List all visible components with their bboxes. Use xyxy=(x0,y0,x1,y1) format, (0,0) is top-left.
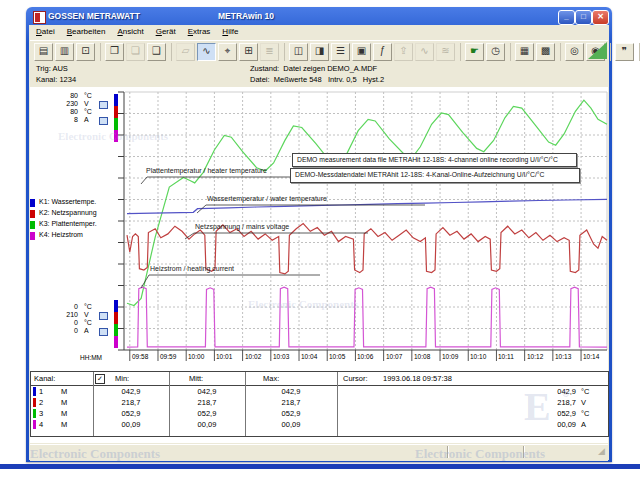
row-max: 218,7 xyxy=(245,398,337,407)
legend-item-K4[interactable]: K4: Heizstrom xyxy=(30,231,110,242)
maximize-button[interactable]: □ xyxy=(575,10,592,25)
row-min: 00,09 xyxy=(93,420,169,429)
file-export-icon[interactable]: ▤ xyxy=(34,43,53,61)
menu-gert[interactable]: Gerät xyxy=(150,26,182,36)
function-icon[interactable]: ƒ xyxy=(373,43,392,61)
range-icon[interactable] xyxy=(99,117,108,125)
zustand-status: Zustand: Datei zeigen DEMO_A.MDF xyxy=(250,64,377,73)
toolbar-group: ◫◨☰▣ƒ⇪∿≋ xyxy=(288,43,461,61)
range-icon[interactable] xyxy=(99,101,108,109)
device-online-icon[interactable]: ◫ xyxy=(289,43,308,61)
close-button[interactable]: ✕ xyxy=(592,10,609,25)
toolbar-group: ▤▥⊡ xyxy=(33,43,101,61)
statusbar-divider xyxy=(447,446,448,458)
row-cursor-value: 00,09 xyxy=(491,420,576,429)
zoom-text-icon[interactable]: ◎ xyxy=(565,43,584,61)
scale-colorbar-K2 xyxy=(114,312,118,324)
datei-status: Datei: Meßwerte 548 Intrv. 0,5 Hyst.2 xyxy=(250,75,384,84)
scale-value: 80 xyxy=(54,108,78,115)
row-channel: 4 xyxy=(39,420,43,429)
table-header-divider xyxy=(31,385,608,386)
status-bar xyxy=(30,444,608,461)
legend-label: K3: Plattentemper. xyxy=(39,220,97,227)
wave-icon[interactable]: ∿ xyxy=(415,43,434,61)
toolbar: ▤▥⊡❐❏❑▱∿⌖⊞≣◫◨☰▣ƒ⇪∿≋☛◷▦▩◎◉❞ xyxy=(30,40,608,63)
scale-unit: °C xyxy=(84,319,92,326)
scale-unit: A xyxy=(84,327,89,334)
menu-extras[interactable]: Extras xyxy=(182,26,217,36)
scale-value: 80 xyxy=(54,92,78,99)
range-icon[interactable] xyxy=(99,328,108,336)
table-view-icon[interactable]: ⊞ xyxy=(239,43,258,61)
table-header-checkbox[interactable]: ✓ xyxy=(95,374,105,384)
print-icon[interactable]: ▦ xyxy=(515,43,534,61)
print-setup-icon[interactable]: ▩ xyxy=(536,43,555,61)
file-import-icon[interactable]: ▥ xyxy=(55,43,74,61)
value-list-icon[interactable]: ☰ xyxy=(331,43,350,61)
curve-view-icon[interactable]: ∿ xyxy=(197,43,216,61)
annotation-box-1[interactable]: DEMO measurement data file METRAHit 12-1… xyxy=(292,153,577,167)
legend-item-K1[interactable]: K1: Wassertempe. xyxy=(30,198,110,209)
view-new-icon[interactable]: ❐ xyxy=(105,43,124,61)
time-tick-label: 10:01 xyxy=(216,353,232,360)
statusbar-divider xyxy=(523,446,524,458)
row-colorbar xyxy=(33,409,36,418)
menu-ansicht[interactable]: Ansicht xyxy=(111,26,149,36)
time-tick-label: 10:11 xyxy=(498,353,514,360)
record-icon[interactable]: ☛ xyxy=(465,43,484,61)
row-cursor-unit: °C xyxy=(581,387,589,396)
curve-label[interactable]: Plattentemperatur / heater temperature xyxy=(146,167,267,174)
toolbar-group: ❞ xyxy=(614,43,640,61)
row-mode: M xyxy=(61,409,67,418)
time-axis-unit-label: HH:MM xyxy=(80,354,102,361)
row-channel: 2 xyxy=(39,398,43,407)
scale-colorbar-K2 xyxy=(114,106,118,118)
minimize-button[interactable]: _ xyxy=(558,10,575,25)
scale-unit: V xyxy=(84,100,89,107)
row-mode: M xyxy=(61,387,67,396)
menu-datei[interactable]: Datei xyxy=(30,26,61,36)
row-channel: 3 xyxy=(39,409,43,418)
row-mode: M xyxy=(61,420,67,429)
link-channels-icon[interactable]: ▱ xyxy=(176,43,195,61)
time-tick-label: 10:03 xyxy=(273,353,289,360)
window-title-app: METRAwin 10 xyxy=(218,11,274,27)
monitor-icon[interactable]: ▣ xyxy=(352,43,371,61)
view-copy-icon[interactable]: ❏ xyxy=(126,43,145,61)
view-duplicate-icon[interactable]: ❑ xyxy=(147,43,166,61)
legend-item-K2[interactable]: K2: Netzspannung xyxy=(30,209,110,220)
scale-colorbar-K4 xyxy=(114,130,118,142)
time-tick-label: 10:07 xyxy=(386,353,402,360)
timer-icon[interactable]: ◷ xyxy=(486,43,505,61)
page-bottom-line xyxy=(0,464,640,469)
table-header-kanal: Kanal: xyxy=(34,374,55,383)
file-open-icon[interactable]: ⊡ xyxy=(76,43,95,61)
range-icon[interactable] xyxy=(99,312,108,320)
crosshair-icon[interactable]: ⌖ xyxy=(218,43,237,61)
config-list-icon[interactable]: ≣ xyxy=(260,43,279,61)
window-title: GOSSEN METRAWATT xyxy=(48,11,140,27)
legend-swatch xyxy=(30,232,35,240)
menu-hilfe[interactable]: Hilfe xyxy=(216,26,244,36)
row-cursor-value: 218,7 xyxy=(491,398,576,407)
resize-grip[interactable]: ◢ xyxy=(598,446,605,456)
row-cursor-unit: °C xyxy=(581,409,589,418)
table-cursor-timestamp: 1993.06.18 09:57:38 xyxy=(383,374,452,383)
table-header-cursor: Cursor: xyxy=(343,374,368,383)
legend-item-K3[interactable]: K3: Plattentemper. xyxy=(30,220,110,231)
device-setup-icon[interactable]: ◨ xyxy=(310,43,329,61)
annotation-box-2[interactable]: DEMO-Messdatendatei METRAhit 12-18S: 4-K… xyxy=(290,168,580,183)
compare-icon[interactable]: ≋ xyxy=(436,43,455,61)
row-mitt: 218,7 xyxy=(169,398,245,407)
table-header-min: Min: xyxy=(115,374,129,383)
scale-colorbar-K1 xyxy=(114,300,118,312)
curve-label[interactable]: Netzspannung / mains voltage xyxy=(195,223,289,230)
row-mitt: 00,09 xyxy=(169,420,245,429)
menu-bearbeiten[interactable]: Bearbeiten xyxy=(61,26,112,36)
scale-unit: V xyxy=(84,311,89,318)
comment-icon[interactable]: ❞ xyxy=(615,43,634,61)
upload-icon[interactable]: ⇪ xyxy=(394,43,413,61)
row-min: 042,9 xyxy=(93,387,169,396)
curve-label[interactable]: Heizstrom / heating current xyxy=(150,265,234,272)
curve-label[interactable]: Wassertemperatur / water temperature xyxy=(207,195,327,202)
